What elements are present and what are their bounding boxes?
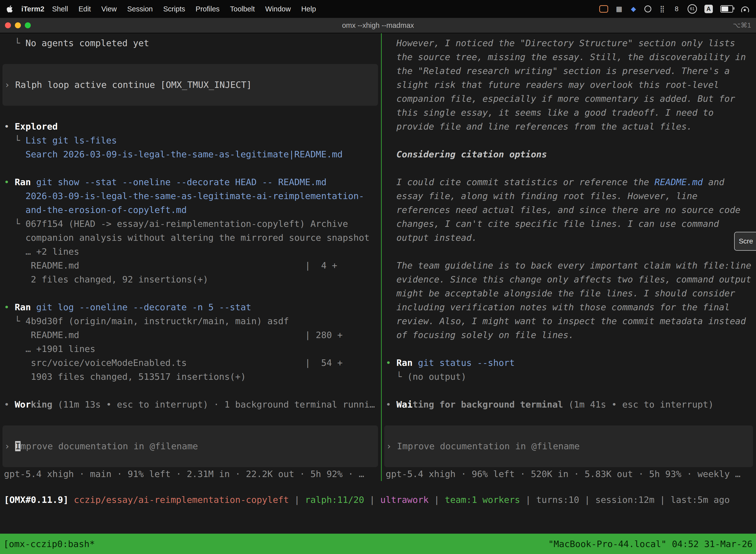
text-segment: | (429, 495, 445, 505)
terminal-line: └ List git ls-files (4, 133, 378, 148)
text-segment: Ralph loop active continue [OMX_TMUX_INJ… (15, 80, 252, 90)
text-segment: changes, I can't cite specific file line… (386, 219, 719, 229)
text-segment: ting for background terminal (413, 399, 563, 409)
menu-item-toolbelt[interactable]: Toolbelt (225, 5, 260, 13)
text-segment: and (703, 177, 724, 187)
text-segment: output instead. (386, 233, 477, 243)
screen-recording-indicator[interactable] (599, 5, 608, 13)
text-segment (413, 358, 418, 368)
text-segment (31, 302, 36, 312)
terminal-line: • Ran git status --short (386, 356, 753, 370)
text-segment: › (386, 441, 397, 451)
text-segment: | (579, 495, 595, 505)
prompt-input[interactable]: › Improve documentation in @filename (384, 426, 753, 467)
terminal-line: evidence. Since this change only affects… (386, 273, 753, 286)
terminal-line: The team guideline is to back every impo… (386, 259, 753, 273)
session-status: gpt-5.4 xhigh · 96% left · 520K in · 5.8… (386, 467, 753, 481)
tmux-status-bar: [omx-cczip0:bash* "MacBook-Pro-44.local"… (0, 534, 756, 554)
text-segment (31, 177, 36, 187)
menubar-items: ShellEditViewSessionScriptsProfilesToolb… (47, 5, 321, 13)
menu-item-view[interactable]: View (96, 5, 122, 13)
text-segment: this single essay, it seems like a good … (386, 107, 713, 118)
terminal-line: … +2 lines (4, 245, 378, 259)
app-grid-icon[interactable]: ⣿ (659, 4, 666, 13)
text-segment: essay file, along with finding root file… (386, 191, 697, 201)
text-segment: companion analysis without altering the … (4, 233, 370, 243)
menu-item-window[interactable]: Window (260, 5, 296, 13)
wifi-icon[interactable] (741, 6, 750, 12)
tmux-host-time: "MacBook-Pro-44.local" 04:52 31-Mar-26 (548, 539, 753, 549)
text-segment: | (364, 495, 380, 505)
battery-icon[interactable] (720, 5, 733, 13)
apple-menu[interactable] (6, 5, 13, 13)
text-segment: the "Related research writing" section i… (386, 66, 730, 76)
app-icon-blue[interactable]: ◆ (630, 4, 637, 13)
terminal-blank-line (386, 133, 753, 148)
app-menu-name[interactable]: iTerm2 (21, 5, 44, 13)
text-segment (4, 191, 25, 201)
terminal-line: • Ran git log --oneline --decorate -n 5 … (4, 300, 378, 314)
window-titlebar: omx --xhigh --madmax ⌥⌘1 (0, 18, 756, 33)
text-segment: I (15, 441, 20, 451)
text-segment: cczip/essay/ai-reimplementation-copyleft (74, 495, 289, 505)
input-source-icon[interactable]: A (704, 5, 713, 13)
text-segment: references need actual files, and since … (386, 205, 740, 215)
terminal-line: including verification notes with those … (386, 300, 753, 314)
battery-gauge-icon[interactable]: 61 (688, 4, 697, 14)
text-segment: (11m 13s • esc to interrupt) · 1 backgro… (52, 399, 375, 409)
text-segment: [OMX#0.11.9] (4, 495, 74, 505)
terminal-line: › Improve documentation in @filename (386, 439, 580, 453)
prompt-input[interactable]: › Improve documentation in @filename (2, 426, 378, 467)
menu-item-edit[interactable]: Edit (73, 5, 96, 13)
terminal-blank-line (386, 384, 753, 398)
text-segment: └ (4, 38, 25, 48)
menu-item-shell[interactable]: Shell (47, 5, 73, 13)
terminal-line: companion analysis without altering the … (4, 231, 378, 245)
menu-item-profiles[interactable]: Profiles (190, 5, 225, 13)
text-segment: Ran (15, 302, 31, 312)
terminal-pane-right[interactable]: However, I noticed the "Directory Struct… (382, 33, 756, 481)
text-segment: including verification notes with those … (386, 302, 730, 312)
menubar-status-icons: ▦◆⣿861A (599, 4, 750, 14)
terminal-line: └ (no output) (386, 370, 753, 384)
menu-item-scripts[interactable]: Scripts (158, 5, 190, 13)
terminal-line: references need actual files, and since … (386, 203, 753, 217)
screen-popup[interactable]: Scre (734, 232, 756, 251)
terminal-pane-left[interactable]: └ No agents completed yet› Ralph loop ac… (0, 33, 381, 481)
reasoning-heading: Considering citation options (386, 148, 753, 161)
ralph-loop-banner: › Ralph loop active continue [OMX_TMUX_I… (2, 64, 378, 106)
menu-item-help[interactable]: Help (296, 5, 321, 13)
text-segment: Search 2026-03-09-is-legal-the-same-as-l… (25, 149, 343, 159)
text-segment: README.md | 280 + (4, 330, 342, 340)
waiting-status: • Waiting for background terminal (1m 41… (386, 398, 753, 411)
text-segment: Ran (396, 358, 413, 368)
menu-item-session[interactable]: Session (122, 5, 158, 13)
text-segment: gpt-5.4 xhigh · 96% left · 520K in · 5.8… (386, 469, 740, 479)
terminal-line: 2 files changed, 92 insertions(+) (4, 273, 378, 286)
terminal-line: └ 067f154 (HEAD -> essay/ai-reimplementa… (4, 217, 378, 231)
terminal-blank-line (386, 245, 753, 259)
terminal-line: changes, I can't cite specific file line… (386, 217, 753, 231)
text-segment: slight risk that future readers may over… (386, 80, 719, 90)
text-segment: └ (386, 372, 407, 382)
text-segment: 4b9d30f (origin/main, instructkr/main, m… (25, 316, 289, 326)
text-segment: Improve documentation in @filename (397, 441, 580, 451)
keyboard-grid-icon[interactable]: ▦ (616, 4, 623, 13)
text-segment: • (386, 399, 396, 409)
terminal-line: … +1901 lines (4, 342, 378, 356)
terminal-line: └ No agents completed yet (4, 36, 378, 50)
tmux-session-info: [omx-cczip0:bash* (3, 539, 95, 549)
terminal-line: review. Also, I might want to inspect th… (386, 314, 753, 328)
terminal-line: I could cite commit statistics or refere… (386, 175, 753, 189)
terminal-line: of focusing solely on file lines. (386, 328, 753, 342)
terminal-line: and-the-erosion-of-copyleft.md (4, 203, 378, 217)
number-8-key-icon[interactable]: 8 (673, 4, 680, 13)
status-ring-icon[interactable] (644, 5, 651, 12)
text-segment: gpt-5.4 xhigh · main · 91% left · 2.31M … (4, 469, 364, 479)
text-segment: … +2 lines (4, 246, 79, 257)
text-segment: I could cite commit statistics or refere… (386, 177, 654, 187)
window-title: omx --xhigh --madmax (0, 21, 756, 30)
terminal-line: However, I noticed the "Directory Struct… (386, 36, 753, 50)
text-segment: 1903 files changed, 513517 insertions(+) (4, 372, 246, 382)
text-segment: git log --oneline --decorate -n 5 --stat (36, 302, 251, 312)
